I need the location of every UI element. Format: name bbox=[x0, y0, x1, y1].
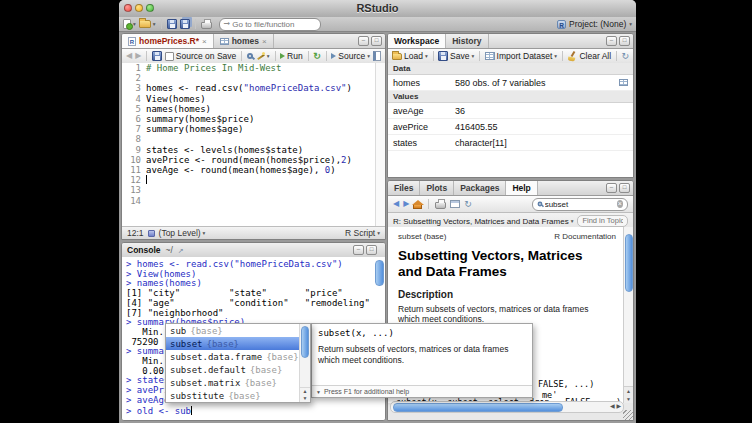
forward-icon[interactable]: ▶ bbox=[403, 200, 409, 208]
completion-item[interactable]: subset.data.frame{base} bbox=[166, 350, 310, 363]
clear-all-button[interactable]: Clear All bbox=[567, 51, 611, 61]
tab-history[interactable]: History bbox=[446, 34, 488, 48]
maximize-pane-button[interactable]: □ bbox=[619, 183, 630, 193]
function-description: Return subsets of vectors, matrices or d… bbox=[312, 338, 532, 365]
tab-files[interactable]: Files bbox=[388, 181, 420, 195]
variable-value: 580 obs. of 7 variables bbox=[455, 78, 619, 88]
variable-row[interactable]: homes580 obs. of 7 variables bbox=[388, 75, 633, 91]
variable-row[interactable]: statescharacter[11] bbox=[388, 135, 633, 151]
forward-icon[interactable]: ▶ bbox=[135, 52, 141, 60]
help-search-input[interactable] bbox=[545, 200, 615, 209]
close-icon[interactable]: × bbox=[262, 37, 267, 46]
save-all-button[interactable] bbox=[180, 19, 190, 29]
completion-item[interactable]: subset{base} bbox=[166, 337, 310, 350]
print-icon bbox=[201, 22, 212, 29]
clear-search-icon[interactable]: × bbox=[617, 200, 624, 208]
scrollbar-arrows[interactable]: ▲▼ bbox=[624, 386, 633, 403]
find-in-topic-box[interactable] bbox=[577, 215, 628, 227]
variable-row[interactable]: aveAge36 bbox=[388, 103, 633, 119]
scope-selector[interactable]: (Top Level) ▾ bbox=[159, 228, 206, 238]
resize-grip[interactable] bbox=[623, 410, 633, 420]
rerun-icon[interactable]: ↻ bbox=[313, 52, 321, 61]
button-label: Import Dataset bbox=[497, 51, 553, 61]
find-in-topic-input[interactable] bbox=[582, 216, 623, 225]
compile-notebook-button[interactable] bbox=[373, 51, 381, 61]
doc-type-selector[interactable]: R Script ▾ bbox=[345, 228, 380, 238]
code-editor[interactable]: 1# Home Prices In Mid-West2 3homes <- re… bbox=[122, 63, 385, 226]
minimize-pane-button[interactable]: – bbox=[353, 245, 364, 255]
back-icon[interactable]: ◀ bbox=[126, 52, 132, 60]
open-directory-icon[interactable]: ↗ bbox=[178, 247, 184, 254]
scrollbar-arrows[interactable]: ▲▼ bbox=[300, 387, 310, 402]
help-horizontal-scrollbar[interactable]: ◀ ▶ bbox=[390, 401, 624, 413]
home-icon[interactable] bbox=[413, 204, 422, 209]
print-icon[interactable] bbox=[435, 202, 446, 209]
save-button[interactable]: Save▾ bbox=[438, 51, 474, 61]
close-icon[interactable]: × bbox=[202, 37, 207, 46]
open-file-button[interactable]: ▾ bbox=[139, 20, 156, 28]
help-toolbar: ◀ ▶ ↻ × bbox=[388, 196, 633, 213]
run-button[interactable]: Run bbox=[280, 51, 303, 61]
tab-packages[interactable]: Packages bbox=[454, 181, 506, 195]
editor-scrollbar[interactable] bbox=[375, 63, 385, 226]
title-bar[interactable]: RStudio bbox=[119, 0, 636, 18]
scrollbar-thumb[interactable] bbox=[301, 326, 309, 358]
grid-icon bbox=[220, 38, 229, 45]
scrollbar-thumb[interactable] bbox=[393, 403, 563, 412]
minimize-pane-button[interactable]: – bbox=[358, 36, 369, 46]
code-text: View(homes) bbox=[146, 94, 206, 104]
code-line: 12 bbox=[122, 175, 385, 185]
code-line: 7summary(homes$age) bbox=[122, 124, 385, 134]
completion-item[interactable]: subset.default{base} bbox=[166, 363, 310, 376]
source-label: Source bbox=[338, 51, 365, 61]
scrollbar-arrows[interactable]: ◀ ▶ bbox=[610, 402, 621, 411]
maximize-pane-button[interactable]: □ bbox=[366, 245, 377, 255]
code-text bbox=[146, 73, 151, 83]
tab-help[interactable]: Help bbox=[506, 181, 537, 195]
refresh-icon[interactable]: ↻ bbox=[621, 52, 629, 61]
import-dataset-button[interactable]: Import Dataset▾ bbox=[485, 51, 558, 61]
save-source-button[interactable] bbox=[152, 51, 162, 61]
tab-homeprices-r-[interactable]: RhomePrices.R*× bbox=[122, 34, 214, 48]
code-tools-button[interactable]: ▾ bbox=[256, 52, 270, 61]
console-scrollbar-thumb[interactable] bbox=[375, 260, 384, 286]
completion-scrollbar[interactable]: ▲▼ bbox=[299, 324, 310, 402]
print-button[interactable] bbox=[201, 19, 212, 29]
code-text: homes <- read.csv("homePriceData.csv") bbox=[146, 83, 352, 93]
scrollbar-thumb[interactable] bbox=[625, 234, 633, 292]
project-menu-button[interactable]: R Project: (None) ▾ bbox=[557, 19, 632, 29]
maximize-pane-button[interactable]: □ bbox=[619, 36, 630, 46]
tab-plots[interactable]: Plots bbox=[420, 181, 454, 195]
toolbar-separator bbox=[146, 51, 147, 61]
tab-workspace[interactable]: Workspace bbox=[388, 34, 446, 48]
source-on-save-checkbox[interactable]: Source on Save bbox=[165, 51, 236, 61]
completion-item[interactable]: substitute{base} bbox=[166, 389, 310, 402]
find-button[interactable] bbox=[247, 53, 253, 59]
save-button[interactable] bbox=[167, 19, 177, 29]
tab-homes[interactable]: homes× bbox=[214, 34, 274, 48]
help-vertical-scrollbar[interactable]: ▲▼ bbox=[623, 227, 633, 403]
load-button[interactable]: Load▾ bbox=[392, 51, 428, 61]
topic-dropdown[interactable]: R: Subsetting Vectors, Matrices and Data… bbox=[393, 217, 573, 226]
back-icon[interactable]: ◀ bbox=[393, 200, 399, 208]
variable-row[interactable]: avePrice416405.55 bbox=[388, 119, 633, 135]
toolbar-separator bbox=[308, 51, 309, 61]
minimize-pane-button[interactable]: – bbox=[606, 36, 617, 46]
view-data-icon[interactable] bbox=[619, 79, 628, 86]
chevron-down-icon: ▾ bbox=[267, 53, 270, 59]
help-search-box[interactable]: × bbox=[532, 198, 628, 211]
goto-file-input[interactable] bbox=[232, 20, 315, 29]
goto-file-search[interactable]: ➞ bbox=[219, 18, 321, 31]
code-text: # Home Prices In Mid-West bbox=[146, 63, 281, 73]
broom-icon bbox=[567, 51, 577, 61]
source-button[interactable]: Source ▾ bbox=[331, 51, 370, 61]
new-file-button[interactable]: ▾ bbox=[123, 19, 136, 29]
checkbox-icon[interactable] bbox=[165, 52, 174, 61]
completion-item[interactable]: sub{base} bbox=[166, 324, 310, 337]
completion-item[interactable]: subset.matrix{base} bbox=[166, 376, 310, 389]
code-line: 8 bbox=[122, 134, 385, 144]
open-in-new-window-icon[interactable] bbox=[450, 200, 460, 208]
maximize-pane-button[interactable]: □ bbox=[371, 36, 382, 46]
refresh-icon[interactable]: ↻ bbox=[464, 200, 472, 209]
minimize-pane-button[interactable]: – bbox=[606, 183, 617, 193]
